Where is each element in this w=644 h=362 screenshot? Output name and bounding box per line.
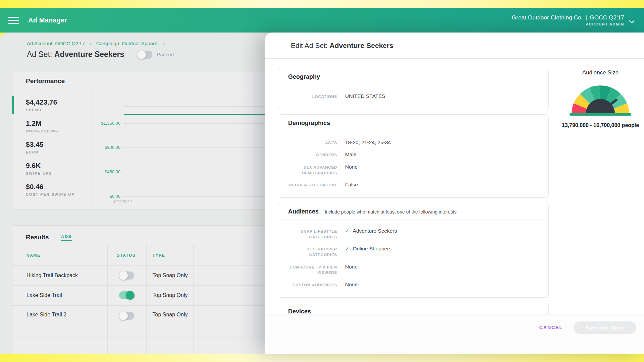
metric-ecpm[interactable]: $3.45 ECPM	[12, 137, 92, 158]
field-row[interactable]: LOCATIONS UNITED STATES	[278, 90, 548, 103]
x-axis-tick: 4/12/2017	[113, 199, 132, 204]
field-value: None	[345, 264, 548, 270]
field-row[interactable]: SNAP LIFESTYLE CATEGORIES ✓ Adventure Se…	[278, 225, 548, 243]
field-row[interactable]: DLX SHOPPER CATEGORIES ✓ Online Shoppers	[278, 243, 548, 260]
field-label: SNAP LIFESTYLE CATEGORIES	[278, 228, 337, 240]
demographics-section: Demographics AGES 18-20, 21-24, 25-34 GE…	[278, 114, 549, 198]
breadcrumb: Ad Account: GOCC Q2'17 › Campaign: Outdo…	[27, 41, 168, 47]
field-label: AGES	[278, 139, 337, 146]
field-label: REGULATED CONTENT	[278, 182, 337, 188]
field-value: UNITED STATES	[345, 93, 548, 99]
field-row[interactable]: DLX ADVANCED DEMOGRAPHICS None	[278, 161, 548, 179]
field-row[interactable]: CUSTOM AUDIENCES None	[278, 279, 548, 291]
field-row[interactable]: COMSCORE TV & FILM VIEWERS None	[278, 261, 548, 279]
breadcrumb-separator: ›	[90, 41, 91, 46]
modal-footer: CANCEL Save and Close	[265, 314, 644, 354]
page-title: Ad Set: Adventure Seekers	[27, 50, 124, 59]
metric-spend[interactable]: $4,423.76 SPEND	[12, 95, 92, 116]
field-value: 18-20, 21-24, 25-34	[345, 139, 548, 145]
field-value: None	[345, 282, 548, 288]
audience-size-title: Audience Size	[557, 69, 644, 76]
audiences-section: Audiences Include people who match at le…	[278, 203, 549, 298]
ad-status-toggle[interactable]	[119, 291, 134, 299]
ad-name[interactable]: Hiking Trail Backpack	[12, 265, 107, 285]
ad-type: Top Snap Only	[146, 265, 193, 285]
check-icon: ✓	[345, 246, 350, 252]
y-axis-tick: $900.00	[92, 145, 120, 150]
column-header-status[interactable]: STATUS	[107, 245, 146, 265]
breadcrumb-campaign[interactable]: Campaign: Outdoor Apparel	[96, 41, 159, 46]
field-label: DLX ADVANCED DEMOGRAPHICS	[278, 164, 337, 176]
ad-type: Top Snap Only	[146, 285, 193, 305]
geography-section: Geography LOCATIONS UNITED STATES	[278, 68, 549, 109]
audience-size-range: 13,790,000 - 16,700,000 people	[557, 122, 644, 128]
y-axis-tick: $0.00	[92, 194, 120, 199]
section-title: Geography	[288, 73, 320, 80]
audience-size-panel: Audience Size 13,790,000 - 16,700,000 pe…	[557, 69, 644, 128]
top-app-bar: Ad Manager Great Outdoor Clothing Co.|GO…	[0, 8, 644, 33]
menu-icon[interactable]	[8, 17, 19, 24]
edit-adset-modal: Edit Ad Set: Adventure Seekers Geography…	[265, 33, 644, 354]
save-and-close-button[interactable]: Save and Close	[574, 321, 636, 334]
tab-ads[interactable]: ADS	[61, 234, 72, 241]
field-value: None	[345, 164, 548, 170]
audience-size-gauge	[567, 81, 634, 117]
account-role: ACCOUNT ADMIN	[512, 22, 624, 26]
metric-list: $4,423.76 SPEND 1.2M IMPRESSIONS $3.45 E…	[12, 91, 92, 209]
field-label: DLX SHOPPER CATEGORIES	[278, 246, 337, 257]
performance-title: Performance	[26, 77, 65, 85]
modal-title: Edit Ad Set: Adventure Seekers	[291, 42, 393, 50]
app-title: Ad Manager	[28, 16, 67, 24]
metric-cost-per-swipe-up[interactable]: $0.46 COST PER SWIPE UP	[12, 179, 92, 200]
column-header-type[interactable]: TYPE	[146, 245, 193, 265]
field-label: LOCATIONS	[278, 93, 337, 100]
field-value: Male	[345, 152, 548, 158]
ad-name[interactable]: Lake Side Trail	[12, 285, 107, 305]
field-row[interactable]: REGULATED CONTENT False	[278, 179, 548, 191]
results-title: Results	[26, 234, 49, 241]
metric-impressions[interactable]: 1.2M IMPRESSIONS	[12, 116, 92, 137]
y-axis-tick: $1,350.00	[92, 121, 120, 126]
ad-name[interactable]: Lake Side Trail 2	[12, 305, 107, 338]
cancel-button[interactable]: CANCEL	[539, 325, 563, 330]
y-axis-tick: $450.00	[92, 169, 120, 174]
section-title: Audiences	[288, 208, 319, 215]
account-menu[interactable]: Great Outdoor Clothing Co.|GOCC Q2'17 AC…	[512, 14, 635, 26]
field-value: False	[345, 182, 548, 188]
check-icon: ✓	[345, 228, 350, 234]
column-header-name[interactable]: NAME	[12, 245, 107, 265]
field-row[interactable]: AGES 18-20, 21-24, 25-34	[278, 136, 548, 149]
ad-status-toggle[interactable]	[119, 312, 134, 320]
chevron-down-icon	[629, 20, 635, 24]
field-label: GENDERS	[278, 152, 337, 158]
ad-status-toggle[interactable]	[119, 272, 134, 280]
field-value: ✓ Online Shoppers	[345, 246, 548, 252]
breadcrumb-separator: ›	[163, 41, 165, 46]
section-title: Demographics	[288, 120, 330, 127]
metric-swipe-ups[interactable]: 9.6K SWIPE UPS	[12, 158, 92, 179]
field-value: ✓ Adventure Seekers	[345, 228, 548, 234]
section-subtitle: Include people who match at least one of…	[325, 209, 457, 215]
ad-type: Top Snap Only	[146, 305, 193, 338]
screen: Ad Manager Great Outdoor Clothing Co.|GO…	[0, 0, 644, 362]
field-row[interactable]: GENDERS Male	[278, 148, 548, 161]
paused-label: Paused	[157, 52, 174, 57]
account-name: Great Outdoor Clothing Co.|GOCC Q2'17	[512, 14, 624, 21]
divider	[131, 50, 131, 59]
field-label: CUSTOM AUDIENCES	[278, 282, 337, 288]
adset-paused-toggle[interactable]	[137, 51, 152, 59]
breadcrumb-ad-account[interactable]: Ad Account: GOCC Q2'17	[27, 41, 85, 46]
field-label: COMSCORE TV & FILM VIEWERS	[278, 264, 337, 276]
